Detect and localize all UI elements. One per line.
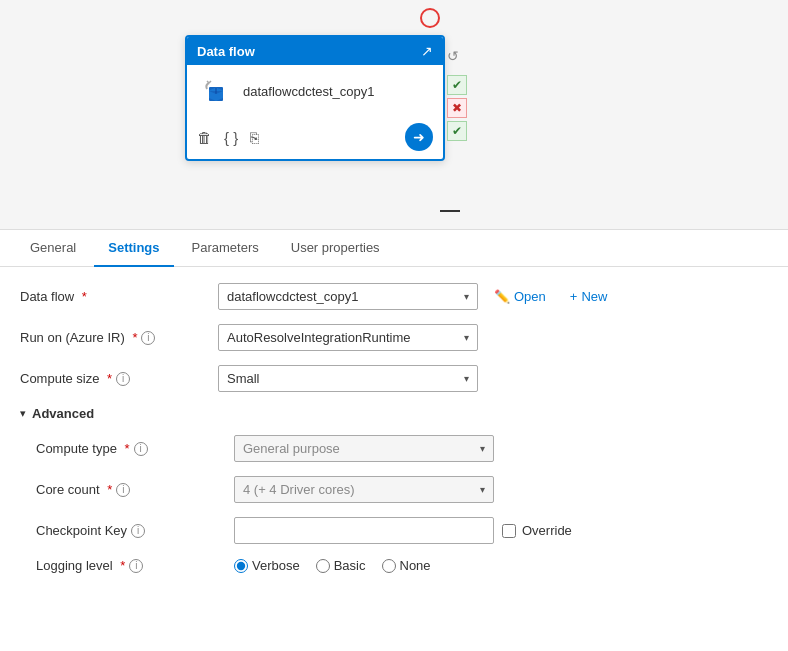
settings-panel: General Settings Parameters User propert… (0, 230, 788, 603)
dataflow-dropdown[interactable]: dataflowcdctest_copy1 ▾ (218, 283, 478, 310)
logging-verbose-option[interactable]: Verbose (234, 558, 300, 573)
run-on-row: Run on (Azure IR) * i AutoResolveIntegra… (20, 324, 768, 351)
new-btn-label: New (581, 289, 607, 304)
logging-basic-label: Basic (334, 558, 366, 573)
compute-size-dropdown-arrow: ▾ (464, 373, 469, 384)
compute-size-row: Compute size * i Small ▾ (20, 365, 768, 392)
tab-settings[interactable]: Settings (94, 230, 173, 267)
core-count-label-text: Core count (36, 482, 100, 497)
compute-type-required: * (121, 441, 130, 456)
logging-level-row: Logging level * i Verbose Basic (20, 558, 768, 573)
checkpoint-key-label-text: Checkpoint Key (36, 523, 127, 538)
checkpoint-key-control: Override (234, 517, 768, 544)
advanced-section-header[interactable]: ▾ Advanced (20, 406, 768, 421)
code-icon[interactable]: { } (224, 129, 238, 146)
logging-none-option[interactable]: None (382, 558, 431, 573)
checkpoint-key-label: Checkpoint Key i (36, 523, 226, 538)
tab-user-properties[interactable]: User properties (277, 230, 394, 267)
run-on-label-text: Run on (Azure IR) (20, 330, 125, 345)
logging-verbose-label: Verbose (252, 558, 300, 573)
open-external-icon[interactable]: ↗ (421, 43, 433, 59)
logging-level-required: * (117, 558, 126, 573)
core-count-info-icon[interactable]: i (116, 483, 130, 497)
compute-type-label-text: Compute type (36, 441, 117, 456)
logging-none-label: None (400, 558, 431, 573)
compute-type-value: General purpose (243, 441, 340, 456)
compute-type-row: Compute type * i General purpose ▾ (20, 435, 768, 462)
compute-type-label: Compute type * i (36, 441, 226, 456)
compute-type-dropdown[interactable]: General purpose ▾ (234, 435, 494, 462)
dataflow-label-text: Data flow (20, 289, 74, 304)
compute-size-control: Small ▾ (218, 365, 768, 392)
node-dataflow-icon (197, 73, 233, 109)
top-circle-indicator (420, 8, 440, 28)
tab-general[interactable]: General (16, 230, 90, 267)
logging-basic-option[interactable]: Basic (316, 558, 366, 573)
run-on-dropdown-arrow: ▾ (464, 332, 469, 343)
core-count-row: Core count * i 4 (+ 4 Driver cores) ▾ (20, 476, 768, 503)
canvas-area: Data flow ↗ dataflowcdctest_copy1 (0, 0, 788, 230)
logging-level-radio-group: Verbose Basic None (234, 558, 431, 573)
status-check-1: ✔ (447, 75, 467, 95)
core-count-required: * (104, 482, 113, 497)
run-on-dropdown[interactable]: AutoResolveIntegrationRuntime ▾ (218, 324, 478, 351)
checkpoint-key-info-icon[interactable]: i (131, 524, 145, 538)
compute-size-value: Small (227, 371, 260, 386)
logging-basic-radio[interactable] (316, 559, 330, 573)
compute-size-label-text: Compute size (20, 371, 99, 386)
override-checkbox[interactable] (502, 524, 516, 538)
compute-type-dropdown-arrow: ▾ (480, 443, 485, 454)
status-cross: ✖ (447, 98, 467, 118)
redo-icon[interactable]: ↺ (447, 48, 459, 64)
logging-level-control: Verbose Basic None (234, 558, 768, 573)
node-run-button[interactable]: ➜ (405, 123, 433, 151)
new-dataflow-button[interactable]: + New (562, 284, 616, 309)
dataflow-value: dataflowcdctest_copy1 (227, 289, 359, 304)
dataflow-required: * (78, 289, 87, 304)
dataflow-label: Data flow * (20, 289, 210, 304)
checkpoint-key-input[interactable] (234, 517, 494, 544)
core-count-dropdown[interactable]: 4 (+ 4 Driver cores) ▾ (234, 476, 494, 503)
clone-icon[interactable]: ⎘ (250, 129, 259, 146)
compute-type-control: General purpose ▾ (234, 435, 768, 462)
run-on-required: * (129, 330, 138, 345)
tab-bar: General Settings Parameters User propert… (0, 230, 788, 267)
logging-level-info-icon[interactable]: i (129, 559, 143, 573)
logging-level-label: Logging level * i (36, 558, 226, 573)
compute-size-required: * (103, 371, 112, 386)
node-header-icons: ↗ (421, 43, 433, 59)
run-on-label: Run on (Azure IR) * i (20, 330, 210, 345)
run-on-value: AutoResolveIntegrationRuntime (227, 330, 411, 345)
side-status-icons: ✔ ✖ ✔ (447, 75, 467, 141)
logging-verbose-radio[interactable] (234, 559, 248, 573)
checkpoint-key-row: Checkpoint Key i Override (20, 517, 768, 544)
node-footer[interactable]: 🗑 { } ⎘ ➜ (187, 117, 443, 159)
tab-parameters[interactable]: Parameters (178, 230, 273, 267)
pencil-icon: ✏️ (494, 289, 510, 304)
compute-size-label: Compute size * i (20, 371, 210, 386)
node-header: Data flow ↗ (187, 37, 443, 65)
open-dataflow-button[interactable]: ✏️ Open (486, 284, 554, 309)
run-on-info-icon[interactable]: i (141, 331, 155, 345)
open-btn-label: Open (514, 289, 546, 304)
core-count-control: 4 (+ 4 Driver cores) ▾ (234, 476, 768, 503)
core-count-label: Core count * i (36, 482, 226, 497)
dataflow-dropdown-arrow: ▾ (464, 291, 469, 302)
logging-none-radio[interactable] (382, 559, 396, 573)
node-footer-actions: 🗑 { } ⎘ (197, 129, 259, 146)
compute-size-dropdown[interactable]: Small ▾ (218, 365, 478, 392)
compute-type-info-icon[interactable]: i (134, 442, 148, 456)
core-count-dropdown-arrow: ▾ (480, 484, 485, 495)
node-title: Data flow (197, 44, 255, 59)
settings-form: Data flow * dataflowcdctest_copy1 ▾ ✏️ O… (0, 267, 788, 603)
dataflow-control: dataflowcdctest_copy1 ▾ ✏️ Open + New (218, 283, 768, 310)
compute-size-info-icon[interactable]: i (116, 372, 130, 386)
chevron-down-icon: ▾ (20, 407, 26, 420)
status-check-2: ✔ (447, 121, 467, 141)
dataflow-node: Data flow ↗ dataflowcdctest_copy1 (185, 35, 445, 161)
node-name: dataflowcdctest_copy1 (243, 84, 375, 99)
delete-icon[interactable]: 🗑 (197, 129, 212, 146)
logging-level-label-text: Logging level (36, 558, 113, 573)
dataflow-row: Data flow * dataflowcdctest_copy1 ▾ ✏️ O… (20, 283, 768, 310)
advanced-section-title: Advanced (32, 406, 94, 421)
